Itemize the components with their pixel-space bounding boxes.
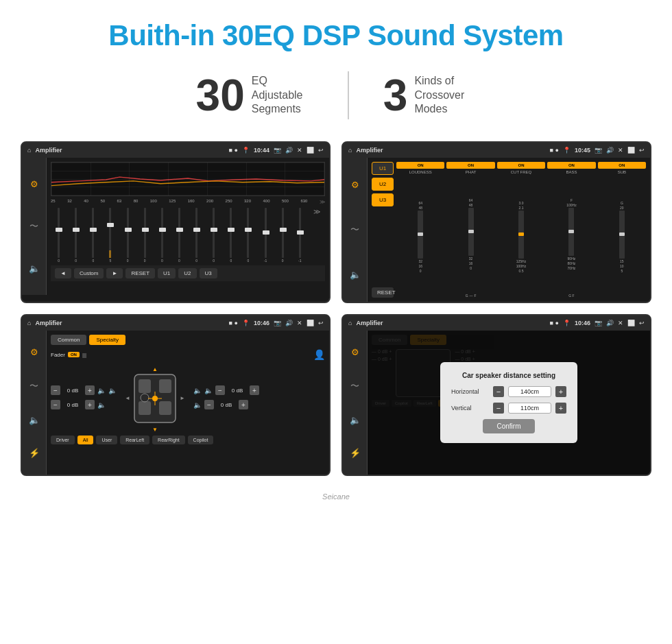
specialty-btn-3[interactable]: Specialty (89, 335, 125, 345)
phat-on-btn[interactable]: ON (446, 162, 494, 169)
wave-icon-2[interactable]: 〜 (348, 221, 362, 239)
preset-u2[interactable]: U2 (372, 178, 394, 191)
eq-slider-6[interactable]: 0 (154, 208, 170, 263)
window-icon-2[interactable]: ⬜ (627, 147, 635, 154)
eq-slider-11[interactable]: 0 (240, 208, 256, 263)
vol-rr-minus[interactable]: − (204, 400, 214, 409)
fader-on-badge[interactable]: ON (68, 352, 80, 357)
u3-btn[interactable]: U3 (200, 268, 217, 278)
eq-slider-14[interactable]: -1 (292, 208, 308, 263)
wave-icon-1[interactable]: 〜 (27, 217, 41, 235)
wave-icon-4[interactable]: 〜 (348, 377, 362, 395)
prev-btn[interactable]: ◄ (55, 268, 71, 278)
close-icon-4[interactable]: ✕ (618, 320, 623, 326)
window-icon-1[interactable]: ⬜ (307, 147, 314, 154)
window-icon-4[interactable]: ⬜ (627, 320, 635, 326)
vol-fr-val: 0 dB (228, 387, 247, 394)
volume-icon-2[interactable]: 🔊 (606, 147, 614, 154)
eq-expand-icon[interactable]: ≫ (309, 208, 325, 263)
eq-icon-1[interactable]: ⚙ (27, 176, 41, 192)
home-icon-4[interactable]: ⌂ (348, 320, 352, 326)
crossover-reset-btn[interactable]: RESET (372, 287, 394, 298)
home-icon-2[interactable]: ⌂ (348, 147, 352, 154)
vol-rl-plus[interactable]: + (85, 400, 95, 409)
rearleft-btn-3[interactable]: RearLeft (120, 436, 149, 444)
volume-icon-3[interactable]: 🔊 (285, 320, 293, 326)
bluetooth-icon-4[interactable]: ⚡ (347, 445, 363, 461)
horizontal-plus-btn[interactable]: + (555, 386, 566, 397)
eq-slider-13[interactable]: 0 (275, 208, 291, 263)
eq-slider-1[interactable]: 0 (68, 208, 84, 263)
eq-slider-7[interactable]: 0 (171, 208, 187, 263)
vol-fr-plus[interactable]: + (250, 385, 259, 395)
volume-icon-1[interactable]: 🔊 (285, 147, 293, 154)
close-icon-1[interactable]: ✕ (297, 147, 302, 154)
vol-fr-minus[interactable]: − (215, 385, 225, 395)
eq-slider-8[interactable]: 0 (189, 208, 204, 263)
eq-slider-4[interactable]: 0 (120, 208, 136, 263)
bass-slider[interactable]: F 100Hz 90Hz 80Hz 70Hz (547, 176, 595, 292)
sub-slider[interactable]: G 20 15 10 5 (598, 176, 646, 298)
horizontal-minus-btn[interactable]: − (493, 386, 504, 397)
copilot-btn-3[interactable]: Copilot (188, 436, 214, 444)
loudness-slider[interactable]: 64 48 32 16 0 (396, 176, 444, 298)
back-icon-1[interactable]: ↩ (318, 147, 324, 154)
eq-slider-12[interactable]: -1 (258, 208, 274, 263)
cutfreq-on-btn[interactable]: ON (497, 162, 545, 169)
loudness-on-btn[interactable]: ON (396, 162, 444, 169)
bass-on-btn[interactable]: ON (547, 162, 595, 169)
eq-slider-3[interactable]: 5 (102, 208, 118, 263)
watermark: Seicane (0, 490, 672, 508)
all-btn-3[interactable]: All (77, 436, 94, 444)
eq-icon-4[interactable]: ⚙ (348, 344, 362, 360)
common-btn-3[interactable]: Common (51, 335, 86, 345)
eq-slider-2[interactable]: 0 (85, 208, 101, 263)
eq-slider-9[interactable]: 0 (206, 208, 221, 263)
speaker-icon-2[interactable]: 🔈 (347, 267, 363, 283)
u2-btn[interactable]: U2 (178, 268, 196, 278)
speaker-icon-3[interactable]: 🔈 (26, 412, 43, 428)
close-icon-2[interactable]: ✕ (618, 147, 623, 154)
vertical-minus-btn[interactable]: − (493, 403, 504, 414)
user-btn-3[interactable]: User (96, 436, 117, 444)
sub-on-btn[interactable]: ON (598, 162, 646, 169)
window-icon-3[interactable]: ⬜ (307, 320, 314, 326)
home-icon-1[interactable]: ⌂ (27, 147, 31, 154)
camera-icon-2[interactable]: 📷 (595, 147, 602, 154)
eq-icon-2[interactable]: ⚙ (348, 177, 362, 193)
bluetooth-icon-3[interactable]: ⚡ (26, 445, 43, 461)
camera-icon-4[interactable]: 📷 (595, 320, 602, 326)
fader-slider-icon[interactable]: ||| (82, 352, 86, 358)
speaker-icon-1[interactable]: 🔈 (26, 261, 43, 276)
wave-icon-3[interactable]: 〜 (27, 377, 41, 395)
phat-slider[interactable]: 64 48 32 16 0 (446, 176, 494, 292)
driver-btn-3[interactable]: Driver (51, 436, 75, 444)
cutfreq-slider[interactable]: 3.0 2.1 125Hz 100Hz 0.5 (497, 176, 545, 298)
volume-icon-4[interactable]: 🔊 (606, 320, 614, 326)
vol-fl-plus[interactable]: + (85, 385, 95, 395)
camera-icon-1[interactable]: 📷 (274, 147, 281, 154)
preset-u3[interactable]: U3 (372, 193, 394, 206)
eq-icon-3[interactable]: ⚙ (27, 344, 41, 360)
confirm-button[interactable]: Confirm (483, 419, 534, 433)
close-icon-3[interactable]: ✕ (297, 320, 302, 326)
u1-btn[interactable]: U1 (158, 268, 176, 278)
camera-icon-3[interactable]: 📷 (274, 320, 281, 326)
back-icon-2[interactable]: ↩ (639, 147, 645, 154)
rearright-btn-3[interactable]: RearRight (152, 436, 185, 444)
back-icon-4[interactable]: ↩ (639, 320, 645, 326)
eq-slider-5[interactable]: 0 (137, 208, 153, 263)
back-icon-3[interactable]: ↩ (318, 320, 324, 326)
vertical-plus-btn[interactable]: + (555, 403, 566, 414)
reset-btn[interactable]: RESET (125, 268, 155, 278)
vol-fl-minus[interactable]: − (51, 385, 60, 395)
speaker-icon-4[interactable]: 🔈 (347, 412, 363, 428)
vol-rl-minus[interactable]: − (51, 400, 60, 409)
custom-btn[interactable]: Custom (74, 268, 104, 278)
home-icon-3[interactable]: ⌂ (27, 320, 31, 326)
eq-slider-0[interactable]: 0 (51, 208, 67, 263)
vol-rr-plus[interactable]: + (239, 400, 248, 409)
eq-slider-10[interactable]: 0 (223, 208, 239, 263)
play-btn[interactable]: ► (106, 268, 123, 278)
preset-u1[interactable]: U1 (372, 162, 394, 175)
